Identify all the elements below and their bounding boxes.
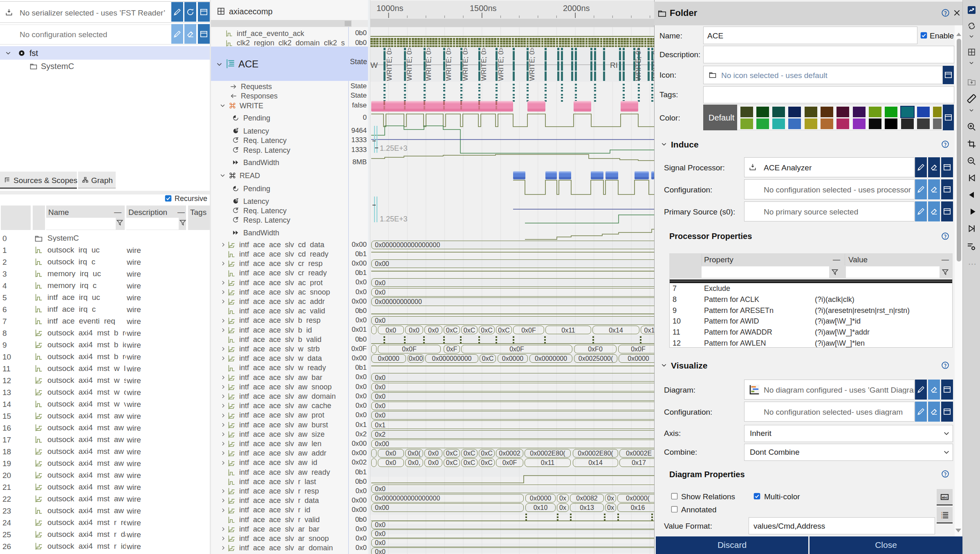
svg-text:abc: abc <box>942 496 948 499</box>
